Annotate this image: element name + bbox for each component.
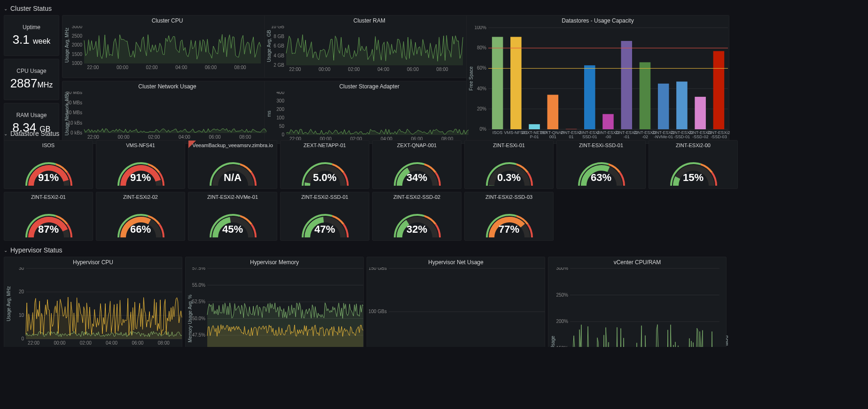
svg-text:6 GB: 6 GB bbox=[274, 43, 284, 48]
stat-cpu-usage[interactable]: CPU Usage 2887MHz bbox=[4, 59, 59, 100]
gauge-zint-esxi2-ssd-01[interactable]: ZINT-ESXi2-SSD-0147% bbox=[280, 192, 369, 241]
svg-rect-87 bbox=[658, 84, 669, 129]
svg-text:2000: 2000 bbox=[72, 42, 83, 47]
chart-hypervisor-net[interactable]: Hypervisor Net Usage 0 MBs50 GBs100 GBs1… bbox=[367, 257, 545, 347]
panel-title: Hypervisor CPU bbox=[4, 257, 182, 267]
stat-label: Uptime bbox=[23, 24, 40, 31]
svg-text:00:00: 00:00 bbox=[54, 340, 65, 346]
svg-text:80%: 80% bbox=[477, 45, 486, 50]
svg-text:55.0%: 55.0% bbox=[192, 283, 205, 288]
alert-icon bbox=[188, 141, 196, 148]
gauge-zint-esxi2-00[interactable]: ZINT-ESXi2-0015% bbox=[649, 140, 738, 189]
svg-text:00:00: 00:00 bbox=[117, 65, 128, 70]
gauge-zint-esxi2-02[interactable]: ZINT-ESXi2-0266% bbox=[96, 192, 185, 241]
chart-cluster-storage[interactable]: Cluster Storage Adapter 050100200300400m… bbox=[264, 81, 475, 144]
svg-rect-62 bbox=[492, 37, 503, 129]
gauge-zext-qnap-001[interactable]: ZEXT-QNAP-00134% bbox=[372, 140, 461, 189]
chevron-down-icon: ⌄ bbox=[4, 6, 8, 11]
svg-text:Usage Avg, MHz: Usage Avg, MHz bbox=[64, 28, 70, 63]
section-cluster-status[interactable]: ⌄ Cluster Status bbox=[4, 2, 864, 15]
gauge-value: 0.3% bbox=[465, 172, 553, 184]
svg-text:300%: 300% bbox=[556, 267, 568, 271]
svg-text:8 GB: 8 GB bbox=[274, 34, 284, 39]
svg-text:00:00: 00:00 bbox=[118, 134, 130, 140]
svg-text:30: 30 bbox=[19, 267, 24, 271]
svg-text:22:00: 22:00 bbox=[28, 340, 39, 346]
svg-text:52.5%: 52.5% bbox=[192, 299, 205, 304]
svg-text:06:00: 06:00 bbox=[209, 134, 221, 140]
svg-rect-84 bbox=[640, 62, 651, 129]
svg-text:0 kBs: 0 kBs bbox=[70, 130, 82, 135]
section-hypervisor-status[interactable]: ⌄ Hypervisor Status bbox=[4, 244, 864, 257]
svg-text:10 GB: 10 GB bbox=[271, 26, 285, 29]
svg-text:40%: 40% bbox=[477, 86, 486, 91]
svg-text:4 GB: 4 GB bbox=[274, 53, 284, 58]
svg-text:06:00: 06:00 bbox=[132, 340, 143, 346]
stat-ram-usage[interactable]: RAM Usage 8.34 GB bbox=[4, 103, 59, 144]
svg-text:SSD-01: SSD-01 bbox=[582, 134, 597, 139]
gauge-zint-esxi-ssd-01[interactable]: ZINT-ESXi-SSD-0163% bbox=[556, 140, 646, 189]
gauge-value: 5.0% bbox=[281, 172, 369, 184]
chart-cluster-cpu[interactable]: Cluster CPU 10001500200025003000Usage Av… bbox=[62, 15, 273, 78]
panel-title: ZINT-ESXi2-SSD-03 bbox=[485, 192, 532, 201]
svg-text:50: 50 bbox=[279, 124, 285, 129]
svg-text:400: 400 bbox=[276, 92, 284, 95]
chart-hypervisor-cpu[interactable]: Hypervisor CPU 0102030Usage Avg, MHz22:0… bbox=[4, 257, 182, 347]
gauge-zint-esxi2-nvme-01[interactable]: ZINT-ESXi2-NVMe-0145% bbox=[188, 192, 277, 241]
panel-title: ZINT-ESXi2-00 bbox=[676, 141, 711, 149]
panel-title: ZINT-ESXi-01 bbox=[493, 141, 525, 149]
panel-title: ZINT-ESXi2-02 bbox=[123, 192, 158, 201]
panel-title: Hypervisor Net Usage bbox=[367, 257, 545, 267]
svg-text:47.5%: 47.5% bbox=[192, 332, 205, 338]
svg-text:08:00: 08:00 bbox=[235, 65, 246, 70]
svg-text:08:00: 08:00 bbox=[158, 340, 170, 346]
gauge-value: 32% bbox=[373, 223, 461, 236]
svg-text:100%: 100% bbox=[474, 26, 486, 30]
svg-text:08:00: 08:00 bbox=[239, 134, 251, 140]
chart-cluster-network[interactable]: Cluster Network Usage 0 kBs10 kBs10 MBs2… bbox=[62, 81, 273, 144]
gauge-value: 45% bbox=[188, 223, 277, 236]
svg-text:ISOS: ISOS bbox=[493, 130, 503, 135]
gauge-zint-esxi2-ssd-03[interactable]: ZINT-ESXi2-SSD-0377% bbox=[464, 192, 554, 241]
svg-rect-93 bbox=[695, 97, 706, 129]
svg-text:Free Space: Free Space bbox=[469, 66, 474, 91]
svg-text:200%: 200% bbox=[556, 319, 568, 324]
stat-label: CPU Usage bbox=[16, 68, 46, 74]
gauge-zint-esxi-01[interactable]: ZINT-ESXi-010.3% bbox=[464, 140, 554, 189]
svg-text:250%: 250% bbox=[556, 292, 568, 298]
svg-text:ms: ms bbox=[266, 110, 272, 117]
svg-text:10: 10 bbox=[19, 313, 24, 318]
gauge-zext-netapp-01[interactable]: ZEXT-NETAPP-015.0% bbox=[280, 140, 369, 189]
panel-title: Cluster Network Usage bbox=[63, 81, 272, 91]
svg-text:3000: 3000 bbox=[72, 26, 83, 29]
panel-title: vCenter CPU/RAM bbox=[548, 257, 726, 267]
svg-rect-78 bbox=[602, 114, 614, 129]
svg-text:-00: -00 bbox=[605, 134, 611, 139]
svg-text:04:00: 04:00 bbox=[179, 134, 190, 140]
svg-rect-75 bbox=[584, 65, 595, 129]
svg-rect-90 bbox=[676, 81, 688, 129]
chart-datastores-usage[interactable]: Datastores - Usage Capacity 0%20%40%60%8… bbox=[466, 15, 729, 144]
svg-text:2 GB: 2 GB bbox=[274, 63, 284, 68]
gauge-isos[interactable]: ISOS91% bbox=[4, 140, 93, 189]
svg-text:-01: -01 bbox=[624, 134, 630, 139]
panel-title: Datastores - Usage Capacity bbox=[467, 16, 729, 25]
section-title: Cluster Status bbox=[10, 5, 52, 12]
panel-title: Cluster CPU bbox=[63, 16, 272, 25]
panel-title: ZEXT-NETAPP-01 bbox=[304, 141, 346, 149]
gauge-vms-nfs41[interactable]: VMS-NFS4191% bbox=[96, 140, 185, 189]
chart-vcenter-cpu-ram[interactable]: vCenter CPU/RAM 0%50%100%150%200%250%300… bbox=[548, 257, 727, 347]
chart-hypervisor-memory[interactable]: Hypervisor Memory 42.5%45.0%47.5%50.0%52… bbox=[185, 257, 364, 347]
gauge-veeambackup-veeamsrv-zimbra-io[interactable]: VeeamBackup_veeamsrv.zimbra.ioN/A bbox=[188, 140, 277, 189]
panel-title: Cluster RAM bbox=[265, 16, 474, 25]
stat-uptime[interactable]: Uptime 3.1 week bbox=[4, 15, 59, 56]
gauge-value: 66% bbox=[96, 223, 185, 236]
chart-cluster-ram[interactable]: Cluster RAM 2 GB4 GB6 GB8 GB10 GBUsage A… bbox=[264, 15, 475, 78]
svg-text:CPU Usage: CPU Usage bbox=[550, 336, 555, 347]
gauge-zint-esxi2-01[interactable]: ZINT-ESXi2-0187% bbox=[4, 192, 93, 241]
gauge-value: 34% bbox=[373, 172, 461, 184]
svg-text:00:00: 00:00 bbox=[319, 67, 330, 72]
svg-text:200: 200 bbox=[276, 107, 284, 112]
gauge-zint-esxi2-ssd-02[interactable]: ZINT-ESXi2-SSD-0232% bbox=[372, 192, 461, 241]
svg-text:RAM Usage: RAM Usage bbox=[725, 336, 728, 347]
